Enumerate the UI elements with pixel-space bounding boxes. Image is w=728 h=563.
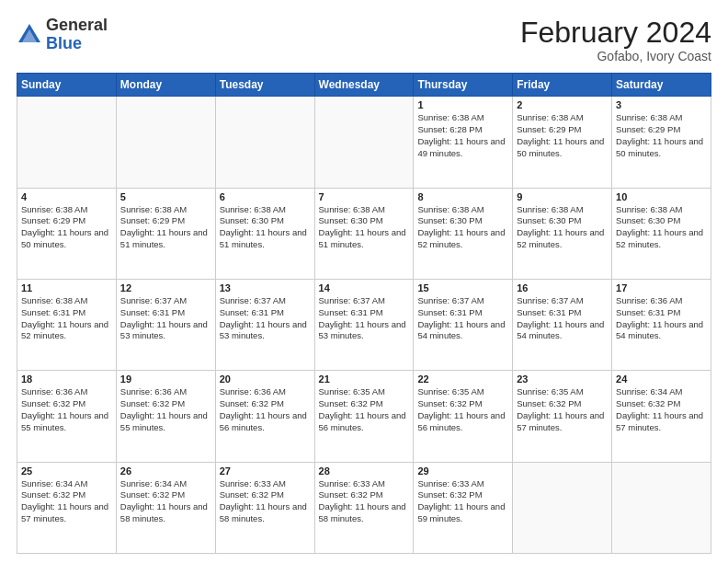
calendar-cell: 20Sunrise: 6:36 AM Sunset: 6:32 PM Dayli… <box>215 371 314 462</box>
day-number: 18 <box>21 373 112 385</box>
calendar-cell: 17Sunrise: 6:36 AM Sunset: 6:31 PM Dayli… <box>612 279 711 370</box>
day-number: 27 <box>220 465 311 477</box>
day-info: Sunrise: 6:36 AM Sunset: 6:32 PM Dayligh… <box>21 386 112 433</box>
calendar-cell: 4Sunrise: 6:38 AM Sunset: 6:29 PM Daylig… <box>17 188 117 279</box>
calendar-week-4: 18Sunrise: 6:36 AM Sunset: 6:32 PM Dayli… <box>17 371 711 462</box>
month-year: February 2024 <box>520 17 711 49</box>
calendar-header-sunday: Sunday <box>17 74 117 97</box>
day-info: Sunrise: 6:38 AM Sunset: 6:29 PM Dayligh… <box>616 112 707 159</box>
calendar-cell <box>513 462 612 553</box>
calendar-cell: 7Sunrise: 6:38 AM Sunset: 6:30 PM Daylig… <box>314 188 414 279</box>
day-number: 23 <box>517 373 608 385</box>
day-info: Sunrise: 6:38 AM Sunset: 6:29 PM Dayligh… <box>517 112 608 159</box>
calendar-cell: 8Sunrise: 6:38 AM Sunset: 6:30 PM Daylig… <box>414 188 513 279</box>
calendar-cell: 18Sunrise: 6:36 AM Sunset: 6:32 PM Dayli… <box>17 371 117 462</box>
calendar-cell: 2Sunrise: 6:38 AM Sunset: 6:29 PM Daylig… <box>513 97 612 188</box>
calendar-week-2: 4Sunrise: 6:38 AM Sunset: 6:29 PM Daylig… <box>17 188 711 279</box>
calendar-cell <box>116 97 215 188</box>
day-number: 17 <box>616 282 707 293</box>
calendar-cell: 13Sunrise: 6:37 AM Sunset: 6:31 PM Dayli… <box>215 279 314 370</box>
day-info: Sunrise: 6:36 AM Sunset: 6:32 PM Dayligh… <box>220 386 311 433</box>
calendar-week-1: 1Sunrise: 6:38 AM Sunset: 6:28 PM Daylig… <box>17 97 711 188</box>
calendar-cell: 9Sunrise: 6:38 AM Sunset: 6:30 PM Daylig… <box>513 188 612 279</box>
calendar-cell: 1Sunrise: 6:38 AM Sunset: 6:28 PM Daylig… <box>414 97 513 188</box>
calendar-header-monday: Monday <box>116 74 215 97</box>
day-number: 2 <box>517 99 608 110</box>
calendar-cell: 29Sunrise: 6:33 AM Sunset: 6:32 PM Dayli… <box>414 462 513 553</box>
logo-text: General Blue <box>46 17 108 53</box>
day-info: Sunrise: 6:37 AM Sunset: 6:31 PM Dayligh… <box>120 295 211 342</box>
calendar-header-friday: Friday <box>513 74 612 97</box>
day-info: Sunrise: 6:33 AM Sunset: 6:32 PM Dayligh… <box>319 478 410 525</box>
calendar-cell: 11Sunrise: 6:38 AM Sunset: 6:31 PM Dayli… <box>17 279 117 370</box>
day-info: Sunrise: 6:37 AM Sunset: 6:31 PM Dayligh… <box>517 295 608 342</box>
calendar-cell: 28Sunrise: 6:33 AM Sunset: 6:32 PM Dayli… <box>314 462 414 553</box>
calendar-cell: 3Sunrise: 6:38 AM Sunset: 6:29 PM Daylig… <box>612 97 711 188</box>
day-number: 10 <box>616 191 707 202</box>
day-number: 16 <box>517 282 608 293</box>
calendar-cell: 25Sunrise: 6:34 AM Sunset: 6:32 PM Dayli… <box>17 462 117 553</box>
calendar-week-5: 25Sunrise: 6:34 AM Sunset: 6:32 PM Dayli… <box>17 462 711 553</box>
calendar-header-saturday: Saturday <box>612 74 711 97</box>
day-info: Sunrise: 6:35 AM Sunset: 6:32 PM Dayligh… <box>417 386 508 433</box>
day-number: 11 <box>21 282 112 293</box>
calendar-header-tuesday: Tuesday <box>215 74 314 97</box>
day-number: 26 <box>120 465 211 477</box>
logo: General Blue <box>17 17 108 53</box>
day-info: Sunrise: 6:38 AM Sunset: 6:29 PM Dayligh… <box>21 204 112 251</box>
calendar-cell: 14Sunrise: 6:37 AM Sunset: 6:31 PM Dayli… <box>314 279 414 370</box>
day-number: 6 <box>220 191 311 202</box>
calendar-cell: 6Sunrise: 6:38 AM Sunset: 6:30 PM Daylig… <box>215 188 314 279</box>
calendar-cell: 22Sunrise: 6:35 AM Sunset: 6:32 PM Dayli… <box>414 371 513 462</box>
calendar-cell: 12Sunrise: 6:37 AM Sunset: 6:31 PM Dayli… <box>116 279 215 370</box>
day-number: 14 <box>319 282 410 293</box>
day-info: Sunrise: 6:35 AM Sunset: 6:32 PM Dayligh… <box>517 386 608 433</box>
day-info: Sunrise: 6:36 AM Sunset: 6:32 PM Dayligh… <box>120 386 211 433</box>
calendar-cell: 27Sunrise: 6:33 AM Sunset: 6:32 PM Dayli… <box>215 462 314 553</box>
logo-general: General <box>46 16 108 34</box>
day-number: 22 <box>417 373 508 385</box>
day-info: Sunrise: 6:38 AM Sunset: 6:30 PM Dayligh… <box>616 204 707 251</box>
calendar-cell: 15Sunrise: 6:37 AM Sunset: 6:31 PM Dayli… <box>414 279 513 370</box>
day-info: Sunrise: 6:38 AM Sunset: 6:30 PM Dayligh… <box>220 204 311 251</box>
header: General Blue February 2024 Gofabo, Ivory… <box>17 17 711 63</box>
calendar-cell <box>612 462 711 553</box>
calendar-cell <box>314 97 414 188</box>
day-number: 29 <box>417 465 508 477</box>
day-info: Sunrise: 6:37 AM Sunset: 6:31 PM Dayligh… <box>417 295 508 342</box>
day-info: Sunrise: 6:37 AM Sunset: 6:31 PM Dayligh… <box>319 295 410 342</box>
calendar-cell: 5Sunrise: 6:38 AM Sunset: 6:29 PM Daylig… <box>116 188 215 279</box>
day-info: Sunrise: 6:34 AM Sunset: 6:32 PM Dayligh… <box>616 386 707 433</box>
calendar-cell: 21Sunrise: 6:35 AM Sunset: 6:32 PM Dayli… <box>314 371 414 462</box>
day-number: 21 <box>319 373 410 385</box>
calendar-header-row: SundayMondayTuesdayWednesdayThursdayFrid… <box>17 74 711 97</box>
calendar-cell: 23Sunrise: 6:35 AM Sunset: 6:32 PM Dayli… <box>513 371 612 462</box>
day-info: Sunrise: 6:38 AM Sunset: 6:28 PM Dayligh… <box>417 112 508 159</box>
day-info: Sunrise: 6:34 AM Sunset: 6:32 PM Dayligh… <box>120 478 211 525</box>
calendar-header-wednesday: Wednesday <box>314 74 414 97</box>
day-info: Sunrise: 6:36 AM Sunset: 6:31 PM Dayligh… <box>616 295 707 342</box>
day-number: 12 <box>120 282 211 293</box>
calendar-cell: 16Sunrise: 6:37 AM Sunset: 6:31 PM Dayli… <box>513 279 612 370</box>
logo-blue: Blue <box>46 34 82 52</box>
day-info: Sunrise: 6:33 AM Sunset: 6:32 PM Dayligh… <box>417 478 508 525</box>
page: General Blue February 2024 Gofabo, Ivory… <box>0 0 728 563</box>
title-block: February 2024 Gofabo, Ivory Coast <box>520 17 711 63</box>
calendar-table: SundayMondayTuesdayWednesdayThursdayFrid… <box>17 73 711 554</box>
day-number: 8 <box>417 191 508 202</box>
day-number: 19 <box>120 373 211 385</box>
day-info: Sunrise: 6:34 AM Sunset: 6:32 PM Dayligh… <box>21 478 112 525</box>
calendar-cell: 19Sunrise: 6:36 AM Sunset: 6:32 PM Dayli… <box>116 371 215 462</box>
day-info: Sunrise: 6:38 AM Sunset: 6:29 PM Dayligh… <box>120 204 211 251</box>
day-number: 24 <box>616 373 707 385</box>
day-info: Sunrise: 6:37 AM Sunset: 6:31 PM Dayligh… <box>220 295 311 342</box>
day-number: 7 <box>319 191 410 202</box>
calendar-cell <box>215 97 314 188</box>
day-number: 5 <box>120 191 211 202</box>
day-number: 3 <box>616 99 707 110</box>
day-info: Sunrise: 6:38 AM Sunset: 6:31 PM Dayligh… <box>21 295 112 342</box>
calendar-cell: 24Sunrise: 6:34 AM Sunset: 6:32 PM Dayli… <box>612 371 711 462</box>
day-number: 4 <box>21 191 112 202</box>
day-number: 13 <box>220 282 311 293</box>
location: Gofabo, Ivory Coast <box>520 49 711 63</box>
